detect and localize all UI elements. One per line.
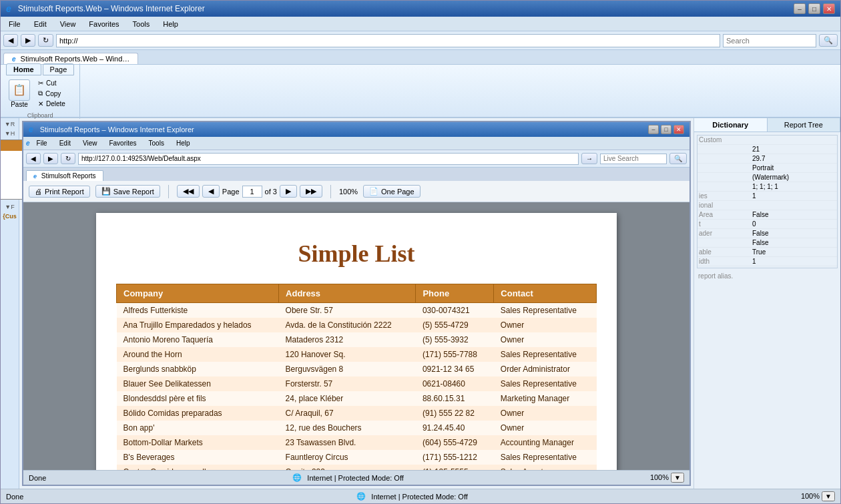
report-page: Simple List Company Address Phone Contac… bbox=[96, 213, 617, 470]
outer-status-left: Done bbox=[6, 493, 23, 501]
forward-button[interactable]: ▶ bbox=[21, 34, 35, 47]
inner-close-button[interactable]: ✕ bbox=[673, 125, 684, 134]
cell-phone: (91) 555 22 82 bbox=[416, 406, 494, 421]
page-number-input[interactable] bbox=[242, 186, 262, 198]
cell-phone: (1) 135-5555 bbox=[416, 465, 494, 470]
right-tab-report-tree[interactable]: Report Tree bbox=[768, 118, 841, 132]
outer-close-button[interactable]: ✕ bbox=[823, 3, 835, 14]
copy-button[interactable]: ⧉Copy bbox=[35, 89, 68, 98]
cell-address: Obere Str. 57 bbox=[279, 303, 416, 318]
inner-search-bar[interactable] bbox=[600, 154, 667, 164]
cell-contact: Sales Agent bbox=[494, 465, 597, 470]
inner-navbar: ◀ ▶ ↻ → 🔍 bbox=[23, 150, 689, 168]
inner-search-button[interactable]: 🔍 bbox=[669, 153, 687, 164]
inner-refresh-button[interactable]: ↻ bbox=[61, 153, 75, 164]
prop-area: AreaFalse bbox=[697, 210, 837, 220]
col-phone: Phone bbox=[416, 284, 494, 303]
one-page-button[interactable]: 📄 One Page bbox=[363, 185, 420, 198]
first-page-button[interactable]: ◀◀ bbox=[177, 185, 200, 198]
inner-forward-button[interactable]: ▶ bbox=[43, 153, 58, 164]
prop-custom: Custom bbox=[697, 136, 837, 145]
inner-menu-edit[interactable]: Edit bbox=[54, 138, 76, 148]
search-button[interactable]: 🔍 bbox=[819, 34, 838, 47]
outer-statusbar: Done 🌐 Internet | Protected Mode: Off 10… bbox=[1, 489, 840, 503]
inner-menu-favorites[interactable]: Favorites bbox=[103, 138, 142, 148]
menu-tools[interactable]: Tools bbox=[127, 19, 156, 29]
last-page-button[interactable]: ▶▶ bbox=[300, 185, 322, 198]
prop-able: ableTrue bbox=[697, 248, 837, 257]
col-address: Address bbox=[279, 284, 416, 303]
cell-company: B's Beverages bbox=[117, 450, 279, 465]
outer-menubar: File Edit View Favorites Tools Help bbox=[1, 17, 840, 31]
print-report-button[interactable]: 🖨 Print Report bbox=[29, 186, 90, 198]
prop-eight: eight1 bbox=[697, 266, 837, 268]
report-title: Simple List bbox=[116, 240, 597, 268]
inner-minimize-button[interactable]: – bbox=[648, 125, 659, 134]
menu-edit[interactable]: Edit bbox=[29, 19, 52, 29]
right-panel-content: Custom 21 29.7 Portrait (Watermark) bbox=[694, 132, 840, 489]
cell-phone: 91.24.45.40 bbox=[416, 421, 494, 435]
refresh-button[interactable]: ↻ bbox=[38, 34, 53, 47]
inner-back-button[interactable]: ◀ bbox=[26, 153, 41, 164]
ribbon-tab-home[interactable]: Home bbox=[6, 63, 41, 75]
address-bar[interactable] bbox=[56, 34, 720, 47]
back-button[interactable]: ◀ bbox=[3, 34, 18, 47]
ribbon-tab-page[interactable]: Page bbox=[43, 63, 75, 75]
prev-page-button[interactable]: ◀ bbox=[202, 185, 220, 198]
inner-address-bar[interactable] bbox=[78, 153, 579, 165]
inner-menu-view[interactable]: View bbox=[77, 138, 103, 148]
page-navigation: ◀◀ ◀ Page of 3 ▶ ▶▶ bbox=[177, 185, 322, 198]
page-of-label: of 3 bbox=[265, 188, 277, 196]
prop-t: t0 bbox=[697, 220, 837, 229]
table-row: Berglunds snabbköpBerguvsvägen 80921-12 … bbox=[117, 362, 597, 376]
left-tools-panel: ▼R ▼H Co ▼F {Cus bbox=[1, 118, 19, 489]
outer-browser-tabs: e Stimulsoft Reports.Web – Wind… bbox=[1, 50, 840, 65]
outer-minimize-button[interactable]: – bbox=[794, 3, 806, 14]
outer-maximize-button[interactable]: □ bbox=[808, 3, 820, 14]
next-page-button[interactable]: ▶ bbox=[280, 185, 297, 198]
paste-button[interactable]: 📋 Paste bbox=[6, 77, 33, 111]
cell-contact: Sales Representative bbox=[494, 303, 597, 318]
toolbar-separator-1 bbox=[168, 185, 169, 198]
cell-company: Bólido Comidas preparadas bbox=[117, 406, 279, 421]
inner-maximize-button[interactable]: □ bbox=[661, 125, 671, 134]
menu-view[interactable]: View bbox=[55, 19, 81, 29]
inner-status-center: Internet | Protected Mode: Off bbox=[307, 474, 404, 482]
cut-button[interactable]: ✂Cut bbox=[35, 79, 68, 87]
prop-ies: ies1 bbox=[697, 192, 837, 201]
col-contact: Contact bbox=[494, 284, 597, 303]
cell-address: Mataderos 2312 bbox=[279, 332, 416, 347]
prop-watermark: (Watermark) bbox=[697, 173, 837, 182]
menu-file[interactable]: File bbox=[3, 19, 26, 29]
inner-menu-tools[interactable]: Tools bbox=[144, 138, 170, 148]
inner-go-button[interactable]: → bbox=[581, 153, 597, 164]
outer-zoom-button[interactable]: ▼ bbox=[822, 491, 835, 501]
prop-ional: ional bbox=[697, 201, 837, 210]
delete-button[interactable]: ✕Delete bbox=[35, 99, 68, 108]
right-tab-dictionary[interactable]: Dictionary bbox=[694, 118, 768, 132]
report-table: Company Address Phone Contact Alfreds Fu… bbox=[116, 284, 597, 470]
cell-contact: Owner bbox=[494, 421, 597, 435]
search-bar[interactable] bbox=[723, 34, 816, 47]
menu-help[interactable]: Help bbox=[158, 19, 184, 29]
outer-ie-window: e Stimulsoft Reports.Web – Windows Inter… bbox=[0, 0, 841, 504]
cell-address: Avda. de la Constitución 2222 bbox=[279, 318, 416, 332]
cell-company: Ana Trujillo Emparedados y helados bbox=[117, 318, 279, 332]
ribbon: Home Page 📋 Paste ✂Cut ⧉Copy ✕Delete bbox=[1, 65, 840, 118]
cell-address: 120 Hanover Sq. bbox=[279, 347, 416, 362]
inner-zoom-button[interactable]: ▼ bbox=[671, 473, 684, 483]
cell-address: 23 Tsawassen Blvd. bbox=[279, 435, 416, 450]
outer-tab-stimulsoft[interactable]: e Stimulsoft Reports.Web – Wind… bbox=[3, 53, 138, 64]
cell-contact: Accounting Manager bbox=[494, 435, 597, 450]
cell-phone: (5) 555-4729 bbox=[416, 318, 494, 332]
menu-favorites[interactable]: Favorites bbox=[83, 19, 124, 29]
inner-menu-file[interactable]: File bbox=[31, 138, 53, 148]
cell-phone: (604) 555-4729 bbox=[416, 435, 494, 450]
inner-tab-stimulsoft[interactable]: e Stimulsoft Reports bbox=[26, 170, 103, 181]
prop-false-2: False bbox=[697, 238, 837, 248]
inner-menu-help[interactable]: Help bbox=[171, 138, 196, 148]
inner-status-right: 100% ▼ bbox=[650, 473, 684, 483]
save-report-button[interactable]: 💾 Save Report bbox=[95, 185, 160, 198]
report-area[interactable]: Simple List Company Address Phone Contac… bbox=[23, 202, 689, 470]
alias-label: report alias. bbox=[697, 271, 838, 281]
